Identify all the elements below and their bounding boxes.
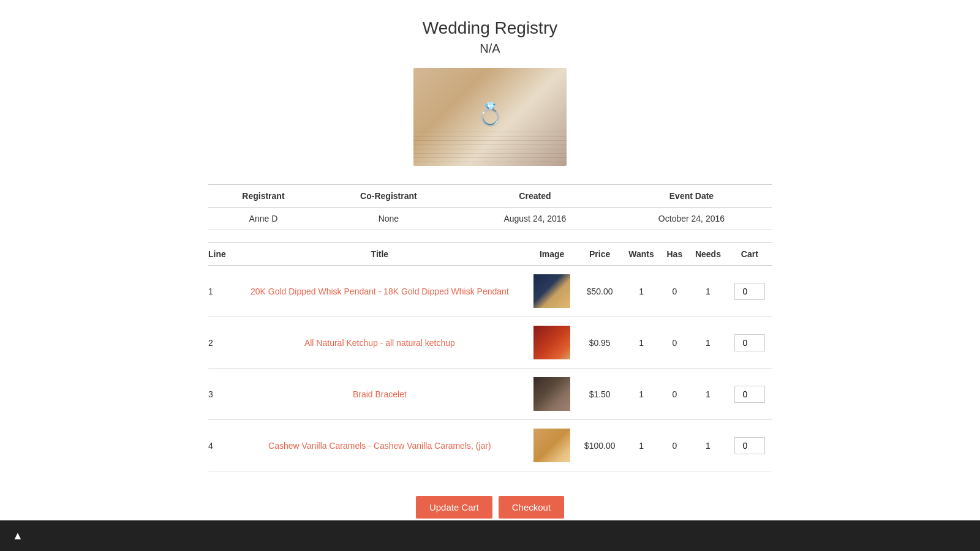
product-line: 4	[208, 420, 233, 471]
product-cart-cell	[728, 266, 772, 317]
product-cart-cell	[728, 317, 772, 369]
col-event-date: Event Date	[611, 185, 772, 208]
product-has: 0	[661, 266, 689, 317]
col-needs-header: Needs	[688, 243, 728, 266]
event-date-value: October 24, 2016	[611, 208, 772, 230]
col-image-header: Image	[527, 243, 578, 266]
product-needs: 1	[688, 266, 728, 317]
product-image-cell	[527, 266, 578, 317]
product-title-cell: All Natural Ketchup - all natural ketchu…	[233, 317, 526, 369]
products-table: Line Title Image Price Wants Has Needs C…	[208, 242, 772, 471]
product-link[interactable]: Cashew Vanilla Caramels - Cashew Vanilla…	[268, 441, 491, 451]
co-registrant-value: None	[318, 208, 459, 230]
product-image-cell	[527, 369, 578, 420]
registry-subtitle: N/A	[208, 42, 772, 56]
col-price-header: Price	[578, 243, 622, 266]
col-registrant: Registrant	[208, 185, 318, 208]
table-row: 3 Braid Bracelet $1.50 1 0 1	[208, 369, 772, 420]
product-cart-cell	[728, 420, 772, 471]
product-price: $100.00	[578, 420, 622, 471]
hero-image: 💍	[413, 68, 567, 166]
product-wants: 1	[622, 420, 661, 471]
product-thumbnail	[533, 326, 570, 359]
product-price: $50.00	[578, 266, 622, 317]
col-has-header: Has	[661, 243, 689, 266]
product-line: 1	[208, 266, 233, 317]
scroll-up-icon[interactable]: ▲	[12, 530, 23, 542]
product-price: $0.95	[578, 317, 622, 369]
product-thumbnail	[533, 429, 570, 462]
cart-quantity-input[interactable]	[734, 283, 765, 300]
cart-quantity-input[interactable]	[734, 334, 765, 351]
product-link[interactable]: Braid Bracelet	[353, 389, 407, 399]
product-has: 0	[661, 420, 689, 471]
cart-quantity-input[interactable]	[734, 437, 765, 454]
product-title-cell: Cashew Vanilla Caramels - Cashew Vanilla…	[233, 420, 526, 471]
product-line: 3	[208, 369, 233, 420]
product-link[interactable]: 20K Gold Dipped Whisk Pendant - 18K Gold…	[251, 287, 509, 296]
product-has: 0	[661, 317, 689, 369]
product-image-cell	[527, 317, 578, 369]
table-row: 4 Cashew Vanilla Caramels - Cashew Vanil…	[208, 420, 772, 471]
rings-decoration: 💍	[477, 102, 504, 127]
product-link[interactable]: All Natural Ketchup - all natural ketchu…	[304, 338, 455, 348]
product-needs: 1	[688, 369, 728, 420]
table-row: 2 All Natural Ketchup - all natural ketc…	[208, 317, 772, 369]
product-needs: 1	[688, 420, 728, 471]
product-image-cell	[527, 420, 578, 471]
product-cart-cell	[728, 369, 772, 420]
product-wants: 1	[622, 317, 661, 369]
page-title: Wedding Registry	[208, 18, 772, 38]
checkout-button[interactable]: Checkout	[499, 496, 564, 519]
bottom-bar: ▲	[0, 520, 980, 551]
product-needs: 1	[688, 317, 728, 369]
cart-quantity-input[interactable]	[734, 386, 765, 403]
col-co-registrant: Co-Registrant	[318, 185, 459, 208]
product-price: $1.50	[578, 369, 622, 420]
col-wants-header: Wants	[622, 243, 661, 266]
product-thumbnail	[533, 274, 570, 308]
product-title-cell: Braid Bracelet	[233, 369, 526, 420]
product-wants: 1	[622, 369, 661, 420]
registry-info-table: Registrant Co-Registrant Created Event D…	[208, 184, 772, 230]
table-row: 1 20K Gold Dipped Whisk Pendant - 18K Go…	[208, 266, 772, 317]
col-cart-header: Cart	[728, 243, 772, 266]
registrant-value: Anne D	[208, 208, 318, 230]
col-title-header: Title	[233, 243, 526, 266]
col-line-header: Line	[208, 243, 233, 266]
product-has: 0	[661, 369, 689, 420]
hero-image-container: 💍	[208, 68, 772, 166]
product-wants: 1	[622, 266, 661, 317]
registry-info-row: Anne D None August 24, 2016 October 24, …	[208, 208, 772, 230]
product-line: 2	[208, 317, 233, 369]
created-value: August 24, 2016	[459, 208, 611, 230]
product-title-cell: 20K Gold Dipped Whisk Pendant - 18K Gold…	[233, 266, 526, 317]
col-created: Created	[459, 185, 611, 208]
product-thumbnail	[533, 377, 570, 411]
update-cart-button[interactable]: Update Cart	[416, 496, 492, 519]
